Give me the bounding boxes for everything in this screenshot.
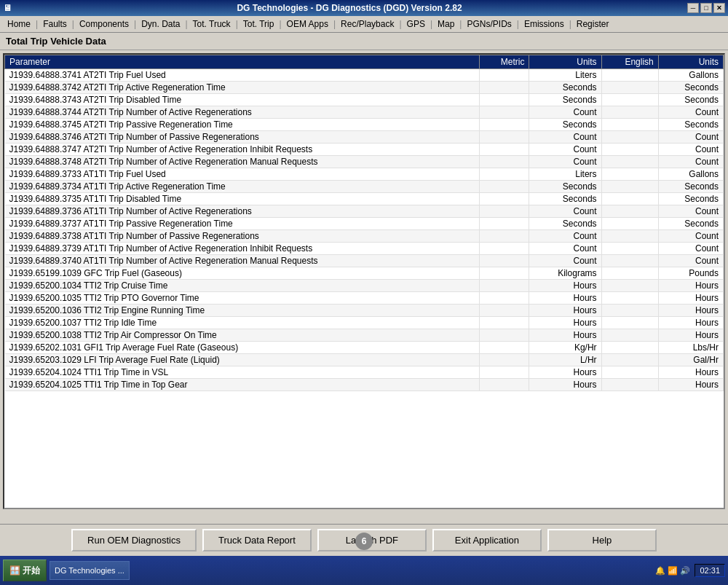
table-row[interactable]: J1939.64889.3738 AT1TI Trip Number of Pa…	[5, 230, 724, 243]
cell-param-3: J1939.64888.3744 AT2TI Trip Number of Ac…	[5, 106, 480, 119]
help-button[interactable]: Help	[547, 529, 657, 551]
table-row[interactable]: J1939.65200.1036 TTI2 Trip Engine Runnin…	[5, 305, 724, 317]
cell-english-8	[601, 168, 658, 181]
menu-bar: Home|Faults|Components|Dyn. Data|Tot. Tr…	[0, 16, 728, 33]
table-row[interactable]: J1939.64888.3744 AT2TI Trip Number of Ac…	[5, 106, 724, 119]
menu-item-pgns-pids[interactable]: PGNs/PIDs	[462, 17, 515, 31]
cell-param-23: J1939.65203.1029 LFI Trip Average Fuel R…	[5, 354, 480, 366]
menu-item-home[interactable]: Home	[3, 17, 35, 31]
table-body: J1939.64888.3741 AT2TI Trip Fuel UsedLit…	[5, 69, 724, 391]
cell-metric-unit-25: Hours	[529, 379, 601, 391]
sub-header-text: Total Trip Vehicle Data	[6, 36, 106, 47]
title-bar: 🖥 DG Technologies - DG Diagnostics (DGD)…	[0, 0, 728, 16]
cell-param-16: J1939.65199.1039 GFC Trip Fuel (Gaseous)	[5, 267, 480, 280]
table-row[interactable]: J1939.64888.3745 AT2TI Trip Passive Rege…	[5, 119, 724, 131]
table-row[interactable]: J1939.65200.1035 TTI2 Trip PTO Governor …	[5, 292, 724, 305]
table-row[interactable]: J1939.65204.1024 TTI1 Trip Time in VSLHo…	[5, 366, 724, 379]
menu-item-gps[interactable]: GPS	[403, 17, 430, 31]
main-content: ParameterMetricUnitsEnglishUnits J1939.6…	[3, 53, 725, 509]
taskbar-icons: 🔔 📶 🔊	[655, 566, 690, 576]
restore-button[interactable]: □	[700, 3, 712, 13]
menu-item-oem-apps[interactable]: OEM Apps	[282, 17, 333, 31]
cell-metric-18	[480, 292, 529, 305]
cell-param-21: J1939.65200.1038 TTI2 Trip Air Compresso…	[5, 329, 480, 342]
cell-param-9: J1939.64889.3734 AT1TI Trip Active Regen…	[5, 181, 480, 193]
table-row[interactable]: J1939.64888.3743 AT2TI Trip Disabled Tim…	[5, 94, 724, 106]
truck-data-button[interactable]: Truck Data Report	[202, 529, 312, 551]
cell-param-20: J1939.65200.1037 TTI2 Trip Idle Time	[5, 317, 480, 329]
page-number: 6	[362, 536, 367, 546]
table-row[interactable]: J1939.64889.3733 AT1TI Trip Fuel UsedLit…	[5, 168, 724, 181]
table-row[interactable]: J1939.64889.3740 AT1TI Trip Number of Ac…	[5, 255, 724, 267]
menu-item-tot-truck[interactable]: Tot. Truck	[189, 17, 235, 31]
table-row[interactable]: J1939.64889.3736 AT1TI Trip Number of Ac…	[5, 205, 724, 218]
table-row[interactable]: J1939.64888.3747 AT2TI Trip Number of Ac…	[5, 144, 724, 156]
cell-english-unit-9: Seconds	[658, 181, 723, 193]
minimize-button[interactable]: ─	[687, 3, 699, 13]
cell-metric-17	[480, 280, 529, 292]
cell-english-unit-11: Count	[658, 205, 723, 218]
cell-metric-unit-16: Kilograms	[529, 267, 601, 280]
cell-param-11: J1939.64889.3736 AT1TI Trip Number of Ac…	[5, 205, 480, 218]
cell-param-6: J1939.64888.3747 AT2TI Trip Number of Ac…	[5, 144, 480, 156]
table-row[interactable]: J1939.64889.3735 AT1TI Trip Disabled Tim…	[5, 193, 724, 205]
cell-english-4	[601, 119, 658, 131]
menu-item-tot-trip[interactable]: Tot. Trip	[239, 17, 279, 31]
cell-english-unit-23: Gal/Hr	[658, 354, 723, 366]
table-row[interactable]: J1939.65200.1034 TTI2 Trip Cruise TimeHo…	[5, 280, 724, 292]
cell-english-25	[601, 379, 658, 391]
cell-english-15	[601, 255, 658, 267]
menu-item-register[interactable]: Register	[572, 17, 614, 31]
cell-english-unit-13: Count	[658, 230, 723, 243]
menu-item-faults[interactable]: Faults	[39, 17, 71, 31]
cell-metric-unit-8: Liters	[529, 168, 601, 181]
table-row[interactable]: J1939.64888.3741 AT2TI Trip Fuel UsedLit…	[5, 69, 724, 82]
table-row[interactable]: J1939.64889.3739 AT1TI Trip Number of Ac…	[5, 243, 724, 255]
cell-metric-unit-5: Count	[529, 131, 601, 144]
cell-english-3	[601, 106, 658, 119]
cell-metric-8	[480, 168, 529, 181]
table-row[interactable]: J1939.64888.3746 AT2TI Trip Number of Pa…	[5, 131, 724, 144]
cell-english-unit-18: Hours	[658, 292, 723, 305]
menu-item-dyn-data[interactable]: Dyn. Data	[137, 17, 184, 31]
cell-param-10: J1939.64889.3735 AT1TI Trip Disabled Tim…	[5, 193, 480, 205]
table-scroll[interactable]: ParameterMetricUnitsEnglishUnits J1939.6…	[4, 55, 724, 508]
cell-english-unit-5: Count	[658, 131, 723, 144]
cell-english-unit-12: Seconds	[658, 218, 723, 230]
cell-english-unit-17: Hours	[658, 280, 723, 292]
table-row[interactable]: J1939.65200.1038 TTI2 Trip Air Compresso…	[5, 329, 724, 342]
cell-english-unit-19: Hours	[658, 305, 723, 317]
cell-param-1: J1939.64888.3742 AT2TI Trip Active Regen…	[5, 82, 480, 94]
close-button[interactable]: ✕	[713, 3, 725, 13]
data-table: ParameterMetricUnitsEnglishUnits J1939.6…	[4, 55, 724, 391]
taskbar: 🪟 开始 DG Technologies ... 🔔 📶 🔊 02:31	[0, 556, 728, 585]
menu-item-emissions[interactable]: Emissions	[520, 17, 569, 31]
cell-metric-unit-13: Count	[529, 230, 601, 243]
table-row[interactable]: J1939.65200.1037 TTI2 Trip Idle TimeHour…	[5, 317, 724, 329]
cell-english-24	[601, 366, 658, 379]
table-row[interactable]: J1939.64888.3742 AT2TI Trip Active Regen…	[5, 82, 724, 94]
table-row[interactable]: J1939.64889.3734 AT1TI Trip Active Regen…	[5, 181, 724, 193]
table-row[interactable]: J1939.65203.1029 LFI Trip Average Fuel R…	[5, 354, 724, 366]
table-row[interactable]: J1939.64889.3737 AT1TI Trip Passive Rege…	[5, 218, 724, 230]
taskbar-item[interactable]: DG Technologies ...	[50, 561, 130, 580]
menu-item-rec-playback[interactable]: Rec/Playback	[336, 17, 398, 31]
table-row[interactable]: J1939.65199.1039 GFC Trip Fuel (Gaseous)…	[5, 267, 724, 280]
run-oem-button[interactable]: Run OEM Diagnostics	[71, 529, 197, 551]
table-header-4: Units	[658, 55, 723, 69]
cell-metric-unit-9: Seconds	[529, 181, 601, 193]
cell-param-5: J1939.64888.3746 AT2TI Trip Number of Pa…	[5, 131, 480, 144]
cell-metric-6	[480, 144, 529, 156]
cell-english-unit-24: Hours	[658, 366, 723, 379]
page-indicator: 6	[355, 533, 373, 550]
start-button[interactable]: 🪟 开始	[3, 560, 47, 581]
cell-metric-unit-10: Seconds	[529, 193, 601, 205]
exit-app-button[interactable]: Exit Application	[432, 529, 542, 551]
cell-metric-24	[480, 366, 529, 379]
table-row[interactable]: J1939.64888.3748 AT2TI Trip Number of Ac…	[5, 156, 724, 168]
table-row[interactable]: J1939.65202.1031 GFI1 Trip Average Fuel …	[5, 342, 724, 354]
menu-item-components[interactable]: Components	[75, 17, 133, 31]
table-row[interactable]: J1939.65204.1025 TTI1 Trip Time in Top G…	[5, 379, 724, 391]
cell-metric-21	[480, 329, 529, 342]
menu-item-map[interactable]: Map	[433, 17, 459, 31]
